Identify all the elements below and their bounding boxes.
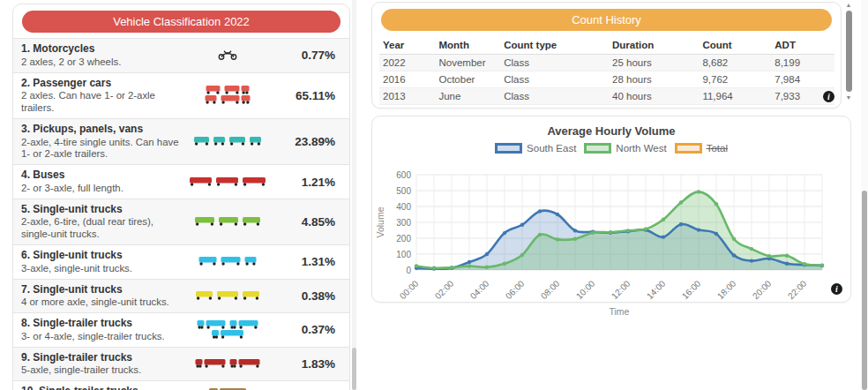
- class-title: 2. Passenger cars: [21, 77, 185, 91]
- class-title: 4. Buses: [21, 169, 185, 183]
- count-history-table: YearMonthCount typeDurationCountADT 2022…: [379, 36, 834, 109]
- scrollbar-thumb[interactable]: [862, 191, 867, 390]
- vehicle-class-icon: [185, 85, 270, 106]
- count-history-cell: June: [435, 88, 500, 105]
- count-history-header: Count History: [381, 9, 832, 31]
- vehicle-class-icon: [185, 319, 270, 341]
- class-text: 1. Motorcycles 2 axles, 2 or 3 wheels.: [21, 42, 185, 69]
- legend-item[interactable]: North West: [584, 143, 666, 154]
- info-icon[interactable]: i: [831, 283, 842, 295]
- class-description: 2-axle, 4-tire single units. Can have 1-…: [21, 137, 185, 161]
- count-history-header-row: YearMonthCount typeDurationCountADT: [379, 36, 834, 55]
- classification-row: 3. Pickups, panels, vans 2-axle, 4-tire …: [13, 118, 349, 164]
- page-scrollbar[interactable]: [861, 0, 868, 390]
- column-header: Count: [699, 36, 771, 55]
- class-description: 5-axle, single-trailer trucks.: [21, 364, 185, 377]
- class-description: 2- or 3-axle, full length.: [21, 183, 185, 195]
- count-history-cell: 2013: [379, 88, 435, 105]
- column-header: Duration: [609, 36, 699, 55]
- count-history-cell: 2010: [379, 105, 435, 109]
- class-percentage: 65.11%: [270, 89, 340, 102]
- class-title: 6. Single-unit trucks: [21, 249, 185, 263]
- info-icon[interactable]: i: [823, 91, 834, 102]
- svg-text:06:00: 06:00: [504, 278, 527, 301]
- left-panel-scrollbar[interactable]: [352, 0, 356, 390]
- count-history-cell: 7,892: [699, 105, 771, 109]
- classification-row: 7. Single-unit trucks 4 or more axle, si…: [13, 279, 349, 313]
- count-history-row[interactable]: 2016OctoberClass28 hours9,7627,984: [379, 71, 834, 88]
- motorcycle-icon: [185, 49, 270, 61]
- svg-text:22:00: 22:00: [786, 278, 809, 301]
- column-header: Count type: [500, 36, 609, 55]
- count-history-scrollbar[interactable]: ▲ ▼: [843, 1, 854, 101]
- svg-text:600: 600: [396, 170, 411, 180]
- class-title: 10. Single-trailer trucks: [21, 385, 185, 390]
- svg-text:08:00: 08:00: [539, 278, 562, 301]
- class-text: 9. Single-trailer trucks 5-axle, single-…: [21, 351, 185, 378]
- vehicle-class-icon: [185, 216, 270, 228]
- class-percentage: 0.77%: [270, 49, 340, 62]
- column-header: Year: [379, 36, 435, 55]
- count-history-cell: Class: [500, 88, 609, 105]
- count-history-cell: 25 hours: [609, 55, 699, 71]
- vehicle-classification-table: 1. Motorcycles 2 axles, 2 or 3 wheels. 0…: [13, 38, 349, 390]
- count-history-cell: 2016: [379, 71, 435, 88]
- scrollbar-thumb[interactable]: [352, 348, 356, 390]
- classification-row: 6. Single-unit trucks 3-axle, single-uni…: [13, 244, 349, 279]
- count-history-cell: 24 hours: [609, 105, 699, 109]
- classification-row: 4. Buses 2- or 3-axle, full length. 1.21…: [13, 164, 349, 199]
- svg-text:300: 300: [396, 218, 411, 228]
- class-percentage: 1.83%: [270, 357, 340, 371]
- legend-swatch-icon: [584, 143, 611, 154]
- legend-swatch-icon: [495, 143, 522, 154]
- legend-item[interactable]: Total: [675, 143, 728, 154]
- count-history-cell: Class: [500, 71, 609, 88]
- svg-text:10:00: 10:00: [574, 278, 597, 301]
- hourly-volume-panel: Average Hourly Volume South EastNorth We…: [371, 116, 851, 303]
- vehicle-classification-header: Vehicle Classification 2022: [22, 11, 340, 33]
- svg-text:200: 200: [396, 234, 411, 244]
- class-description: 2-axle, 6-tire, (dual rear tires), singl…: [21, 216, 185, 241]
- count-history-row[interactable]: 2013JuneClass40 hours11,9647,933: [379, 88, 834, 105]
- scrollbar-thumb[interactable]: [846, 11, 852, 92]
- class-text: 4. Buses 2- or 3-axle, full length.: [21, 169, 185, 195]
- hourly-volume-chart: 010020030040050060000:0002:0004:0006:000…: [373, 168, 851, 325]
- chart-canvas: 010020030040050060000:0002:0004:0006:000…: [373, 168, 851, 321]
- chart-legend: South EastNorth WestTotal: [372, 143, 850, 154]
- vehicle-classification-panel: Vehicle Classification 2022 1. Motorcycl…: [12, 4, 350, 390]
- svg-text:00:00: 00:00: [398, 278, 421, 301]
- classification-row: 2. Passenger cars 2 axles. Can have 1- o…: [13, 72, 349, 118]
- vehicle-class-icon: [185, 290, 270, 302]
- count-history-cell: November: [435, 55, 500, 71]
- scroll-down-icon[interactable]: ▼: [846, 94, 852, 101]
- class-title: 5. Single-unit trucks: [21, 203, 185, 217]
- class-text: 6. Single-unit trucks 3-axle, single-uni…: [21, 249, 185, 275]
- classification-row: 5. Single-unit trucks 2-axle, 6-tire, (d…: [13, 199, 349, 244]
- svg-text:Volume: Volume: [375, 206, 385, 237]
- scroll-up-icon[interactable]: ▲: [846, 1, 852, 9]
- class-text: 5. Single-unit trucks 2-axle, 6-tire, (d…: [21, 203, 185, 241]
- vehicle-class-icon: [185, 358, 270, 370]
- svg-text:18:00: 18:00: [715, 278, 738, 301]
- legend-label: South East: [527, 143, 576, 154]
- class-title: 3. Pickups, panels, vans: [21, 123, 185, 137]
- classification-row: 10. Single-trailer trucks 6 or more axle…: [13, 380, 349, 390]
- count-history-cell: 7,892: [771, 105, 834, 109]
- class-text: 10. Single-trailer trucks 6 or more axle…: [21, 385, 185, 390]
- svg-text:20:00: 20:00: [751, 278, 774, 301]
- class-text: 7. Single-unit trucks 4 or more axle, si…: [21, 283, 185, 310]
- count-history-cell: 40 hours: [609, 88, 699, 105]
- class-title: 1. Motorcycles: [21, 42, 185, 56]
- class-description: 2 axles, 2 or 3 wheels.: [21, 56, 185, 69]
- count-history-cell: October: [435, 105, 500, 109]
- legend-label: Total: [707, 143, 728, 154]
- classification-row: 8. Single-trailer trucks 3- or 4-axle, s…: [13, 312, 349, 347]
- svg-text:12:00: 12:00: [610, 278, 632, 301]
- legend-label: North West: [616, 143, 666, 154]
- vehicle-class-icon: [185, 176, 270, 188]
- svg-text:14:00: 14:00: [645, 278, 668, 301]
- count-history-row[interactable]: 2010OctoberClass24 hours7,8927,892: [379, 105, 834, 109]
- column-header: Month: [435, 36, 500, 55]
- legend-item[interactable]: South East: [495, 143, 576, 154]
- count-history-row[interactable]: 2022NovemberClass25 hours8,6828,199: [379, 55, 834, 71]
